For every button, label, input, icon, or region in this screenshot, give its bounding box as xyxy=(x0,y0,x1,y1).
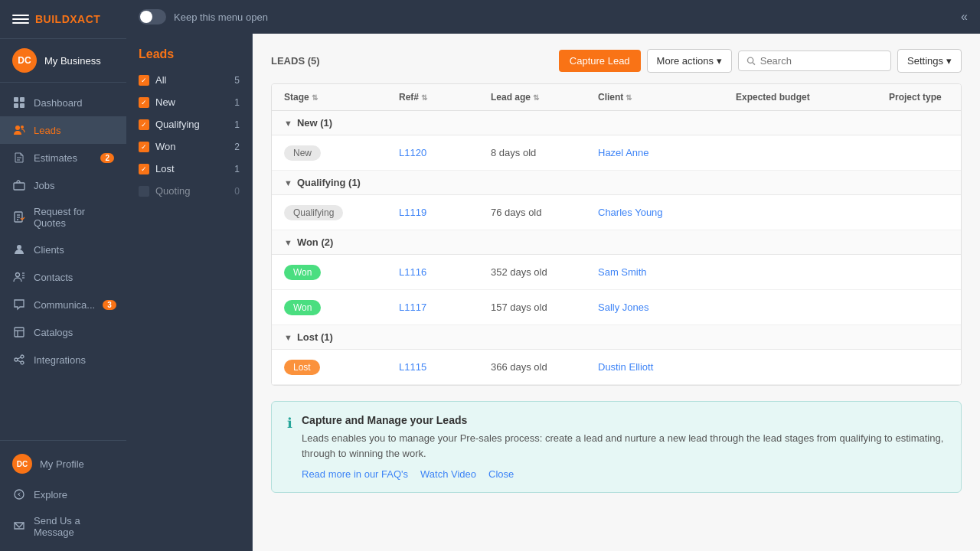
sidebar-item-communications[interactable]: Communica... 3 xyxy=(0,291,126,318)
filter-item-qualifying[interactable]: Qualifying 1 xyxy=(126,113,252,135)
section-label-new: New (1) xyxy=(297,117,332,129)
sidebar-item-send-message[interactable]: Send Us a Message xyxy=(0,508,126,545)
cell-ref: L1117 xyxy=(399,302,491,313)
search-box xyxy=(738,51,891,71)
capture-lead-button[interactable]: Capture Lead xyxy=(559,50,641,72)
filter-item-lost[interactable]: Lost 1 xyxy=(126,158,252,180)
svg-rect-18 xyxy=(15,328,24,337)
client-link-charles[interactable]: Charles Young xyxy=(598,207,663,218)
info-icon: ℹ xyxy=(287,415,292,480)
filter-label-qualifying: Qualifying xyxy=(155,119,200,130)
sidebar-item-leads[interactable]: Leads xyxy=(0,116,126,144)
svg-point-14 xyxy=(16,273,20,277)
stage-badge-new[interactable]: New xyxy=(284,145,321,161)
sort-icon-age: ⇅ xyxy=(533,93,539,102)
cell-client: Sam Smith xyxy=(598,266,736,278)
svg-point-22 xyxy=(21,355,24,358)
more-actions-button[interactable]: More actions ▾ xyxy=(647,49,732,73)
sidebar-item-jobs[interactable]: Jobs xyxy=(0,171,126,199)
stage-badge-won-1[interactable]: Won xyxy=(284,265,321,280)
ref-link-l1116[interactable]: L1116 xyxy=(399,266,426,278)
section-label-won: Won (2) xyxy=(297,236,333,248)
filter-item-new[interactable]: New 1 xyxy=(126,91,252,113)
sidebar-nav: Dashboard Leads Estimates 2 Jobs R xyxy=(0,83,126,440)
filter-item-quoting[interactable]: Quoting 0 xyxy=(126,180,252,202)
sidebar-item-label-contacts: Contacts xyxy=(34,272,73,283)
filter-item-all[interactable]: All 5 xyxy=(126,69,252,91)
filter-count-qualifying: 1 xyxy=(234,119,240,130)
ref-link-l1117[interactable]: L1117 xyxy=(399,302,426,313)
section-toggle-new: ▼ xyxy=(284,119,292,128)
filter-checkbox-lost xyxy=(139,164,149,174)
sort-icon-client: ⇅ xyxy=(626,93,632,102)
filter-label-lost: Lost xyxy=(155,163,175,174)
chevron-down-icon-settings: ▾ xyxy=(946,55,952,67)
section-lost[interactable]: ▼ Lost (1) xyxy=(272,325,961,350)
sidebar-item-label-dashboard: Dashboard xyxy=(34,97,83,109)
collapse-button[interactable]: « xyxy=(961,10,968,24)
client-link-sally[interactable]: Sally Jones xyxy=(598,302,648,313)
section-toggle-qualifying: ▼ xyxy=(284,178,292,187)
profile-avatar: DC xyxy=(12,454,32,474)
user-business-name: My Business xyxy=(44,55,101,67)
avatar: DC xyxy=(12,48,37,73)
ref-link-l1115[interactable]: L1115 xyxy=(399,361,426,373)
sidebar-item-rfq[interactable]: Request for Quotes xyxy=(0,199,126,236)
sidebar-logo[interactable]: BUILDXACT xyxy=(0,0,126,39)
communications-badge: 3 xyxy=(103,300,116,310)
settings-button[interactable]: Settings ▾ xyxy=(897,49,962,73)
menu-toggle[interactable]: Keep this menu open xyxy=(139,9,268,24)
stage-badge-won-2[interactable]: Won xyxy=(284,300,321,315)
stage-badge-lost[interactable]: Lost xyxy=(284,360,320,375)
filter-count-new: 1 xyxy=(234,97,240,108)
client-link-dustin[interactable]: Dustin Elliott xyxy=(598,361,653,373)
search-input[interactable] xyxy=(760,55,883,67)
leads-table: Stage ⇅ Ref# ⇅ Lead age ⇅ Client ⇅ Expec… xyxy=(271,83,962,386)
sidebar-item-clients[interactable]: Clients xyxy=(0,236,126,263)
sidebar-item-estimates[interactable]: Estimates 2 xyxy=(0,144,126,171)
estimates-badge: 2 xyxy=(100,153,114,163)
client-link-hazel[interactable]: Hazel Anne xyxy=(598,147,649,158)
sidebar-item-integrations[interactable]: Integrations xyxy=(0,346,126,373)
read-more-link[interactable]: Read more in our FAQ's xyxy=(302,468,408,480)
section-won[interactable]: ▼ Won (2) xyxy=(272,230,961,255)
close-link[interactable]: Close xyxy=(488,468,514,480)
cell-age: 352 days old xyxy=(491,266,598,278)
svg-rect-2 xyxy=(14,103,18,108)
ref-link-l1120[interactable]: L1120 xyxy=(399,147,426,158)
sidebar-item-dashboard[interactable]: Dashboard xyxy=(0,89,126,116)
stage-badge-qualifying[interactable]: Qualifying xyxy=(284,205,343,220)
cell-age: 8 days old xyxy=(491,147,598,158)
watch-video-link[interactable]: Watch Video xyxy=(420,468,476,480)
message-icon xyxy=(12,520,26,533)
document-icon xyxy=(12,210,26,224)
svg-marker-27 xyxy=(18,492,21,497)
hamburger-icon[interactable] xyxy=(12,11,29,28)
sidebar-user[interactable]: DC My Business xyxy=(0,39,126,83)
filter-label-quoting: Quoting xyxy=(155,185,191,197)
client-link-sam[interactable]: Sam Smith xyxy=(598,266,647,278)
sidebar-item-label-estimates: Estimates xyxy=(34,152,77,164)
section-toggle-won: ▼ xyxy=(284,238,292,247)
ref-link-l1119[interactable]: L1119 xyxy=(399,207,426,218)
filter-item-won[interactable]: Won 2 xyxy=(126,135,252,158)
sidebar: BUILDXACT DC My Business Dashboard Leads… xyxy=(0,0,126,551)
sidebar-item-catalogs[interactable]: Catalogs xyxy=(0,318,126,346)
leads-header: LEADS (5) Capture Lead More actions ▾ Se… xyxy=(271,49,962,73)
filter-title: Leads xyxy=(126,43,252,69)
toggle-knob xyxy=(140,11,152,23)
leads-icon xyxy=(12,123,26,137)
table-row: Lost L1115 366 days old Dustin Elliott U… xyxy=(272,350,961,385)
toggle-switch[interactable] xyxy=(139,9,166,24)
filter-label-all: All xyxy=(155,74,166,86)
sidebar-item-my-profile[interactable]: DC My Profile xyxy=(0,447,126,481)
section-new[interactable]: ▼ New (1) xyxy=(272,111,961,135)
catalog-icon xyxy=(12,325,26,339)
sidebar-item-contacts[interactable]: Contacts xyxy=(0,263,126,291)
sidebar-item-explore[interactable]: Explore xyxy=(0,481,126,508)
section-qualifying[interactable]: ▼ Qualifying (1) xyxy=(272,171,961,195)
chevron-down-icon: ▾ xyxy=(717,55,722,67)
sidebar-item-label-integrations: Integrations xyxy=(34,354,86,366)
filter-checkbox-won xyxy=(139,142,149,152)
grid-icon xyxy=(12,96,26,109)
